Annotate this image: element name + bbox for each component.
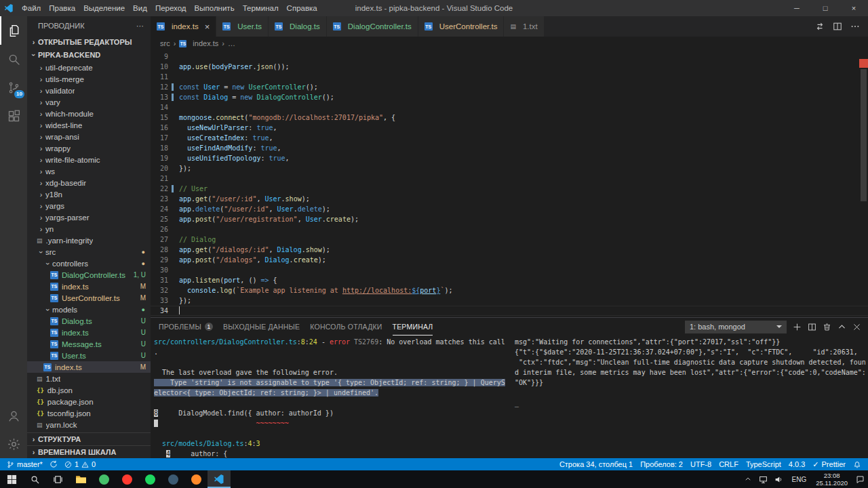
code-line-15[interactable]: 15mongoose.connect("mongodb://localhost:… (151, 113, 868, 123)
kill-terminal-icon[interactable] (823, 323, 831, 331)
settings-icon[interactable] (0, 430, 27, 458)
eol-indicator[interactable]: CRLF (719, 460, 738, 468)
formatter-indicator[interactable]: ✓ Prettier (812, 460, 846, 469)
code-line-26[interactable]: 26 (151, 224, 868, 235)
menu-выполнить[interactable]: Выполнить (191, 0, 239, 16)
tree-item-vary[interactable]: ›vary (27, 96, 151, 108)
code-line-33[interactable]: 33}); (151, 296, 868, 306)
tab-index.ts[interactable]: TSindex.ts× (151, 16, 216, 37)
code-line-32[interactable]: 32 console.log(`Example app listening at… (151, 285, 868, 296)
task-view-button[interactable] (46, 470, 69, 488)
language-indicator[interactable]: ENG (787, 476, 811, 483)
code-line-17[interactable]: 17 useCreateIndex: true, (151, 133, 868, 143)
git-branch-indicator[interactable]: master* (7, 460, 43, 468)
tree-item-controllers[interactable]: ›controllers● (27, 258, 151, 269)
panel-tab-консоль-отладки[interactable]: КОНСОЛЬ ОТЛАДКИ (310, 318, 382, 336)
menu-правка[interactable]: Правка (45, 0, 79, 16)
spotify-icon[interactable] (138, 470, 161, 488)
tray-volume-icon[interactable] (771, 470, 787, 488)
start-button[interactable] (0, 470, 23, 488)
minimize-button[interactable]: ─ (783, 0, 811, 16)
tree-item-utils-merge[interactable]: ›utils-merge (27, 73, 151, 85)
code-line-10[interactable]: 10app.use(bodyParser.json()); (151, 62, 868, 72)
menu-вид[interactable]: Вид (129, 0, 151, 16)
tree-item-validator[interactable]: ›validator (27, 85, 151, 96)
taskbar-clock[interactable]: 23:08 25.11.2020 (811, 472, 852, 487)
terminal-output-left[interactable]: src/controllers/DialogController.ts:8:24… (151, 337, 508, 458)
tab-user.ts[interactable]: TSUser.ts (216, 16, 268, 37)
tree-item-yargs-parser[interactable]: ›yargs-parser (27, 211, 151, 223)
code-line-23[interactable]: 23app.get("/user/:id", User.show); (151, 194, 868, 204)
explorer-icon[interactable] (0, 16, 27, 45)
notifications-bell-icon[interactable] (853, 460, 861, 468)
tree-item-models[interactable]: ›models● (27, 304, 151, 315)
code-line-11[interactable]: 11 (151, 72, 868, 82)
close-tab-icon[interactable]: × (205, 22, 210, 32)
open-editors-section[interactable]: › ОТКРЫТЫЕ РЕДАКТОРЫ (27, 35, 151, 48)
tree-item-.yarn-integrity[interactable]: ▤.yarn-integrity (27, 235, 151, 246)
tree-item-db.json[interactable]: {}db.json (27, 384, 151, 396)
account-icon[interactable] (0, 401, 27, 430)
taskbar-search-button[interactable] (23, 470, 46, 488)
tree-item-ws[interactable]: ›ws (27, 165, 151, 177)
menu-файл[interactable]: Файл (18, 0, 45, 16)
code-line-30[interactable]: 30 (151, 265, 868, 275)
timeline-section[interactable]: › ВРЕМЕННАЯ ШКАЛА (27, 445, 151, 458)
tree-item-1.txt[interactable]: ▤1.txt (27, 373, 151, 384)
panel-tab-проблемы[interactable]: ПРОБЛЕМЫ1 (159, 318, 213, 336)
breadcrumb-item-item[interactable]: … (228, 39, 235, 47)
new-terminal-icon[interactable] (793, 323, 802, 331)
breadcrumb-item-src[interactable]: src (160, 39, 170, 47)
tree-item-util-deprecate[interactable]: ›util-deprecate (27, 62, 151, 73)
typescript-version[interactable]: 4.0.3 (789, 460, 805, 468)
outline-section[interactable]: › СТРУКТУРА (27, 432, 151, 445)
panel-tab-выходные-данные[interactable]: ВЫХОДНЫЕ ДАННЫЕ (223, 318, 300, 336)
code-line-9[interactable]: 9 (151, 52, 868, 62)
project-section-header[interactable]: › PIPKA-BACKEND (27, 48, 151, 61)
sidebar-more-actions-icon[interactable]: ⋯ (136, 22, 144, 30)
more-actions-icon[interactable] (850, 22, 860, 31)
tree-item-write-file-atomic[interactable]: ›write-file-atomic (27, 154, 151, 165)
code-line-13[interactable]: 13const Dialog = new DialogController(); (151, 92, 868, 102)
tree-item-index.ts[interactable]: TSindex.tsM (27, 361, 151, 373)
scrollbar-thumb[interactable] (861, 69, 867, 201)
menu-справка[interactable]: Справка (283, 0, 321, 16)
maximize-panel-icon[interactable] (837, 323, 846, 331)
code-line-12[interactable]: 12const User = new UserController(); (151, 82, 868, 92)
code-line-31[interactable]: 31app.listen(port, () => { (151, 275, 868, 285)
tree-item-widest-line[interactable]: ›widest-line (27, 119, 151, 131)
code-line-22[interactable]: 22// User (151, 184, 868, 194)
tab-dialogcontroller.ts[interactable]: TSDialogController.ts (327, 16, 418, 37)
source-control-icon[interactable]: 10 (0, 73, 27, 102)
terminal-select[interactable]: 1: bash, mongod (685, 321, 787, 333)
tree-item-message.ts[interactable]: TSMessage.tsU (27, 338, 151, 350)
maximize-button[interactable]: □ (811, 0, 840, 16)
menu-выделение[interactable]: Выделение (79, 0, 129, 16)
tree-item-xdg-basedir[interactable]: ›xdg-basedir (27, 177, 151, 188)
sync-button[interactable] (50, 460, 58, 468)
opera-browser-icon[interactable] (115, 470, 138, 488)
firefox-icon[interactable] (184, 470, 208, 488)
split-terminal-icon[interactable] (808, 323, 816, 331)
code-line-16[interactable]: 16 useNewUrlParser: true, (151, 123, 868, 133)
code-line-14[interactable]: 14 (151, 102, 868, 113)
tab-1.txt[interactable]: ▤1.txt (504, 16, 543, 37)
tree-item-yargs[interactable]: ›yargs (27, 200, 151, 211)
close-button[interactable]: × (840, 0, 868, 16)
editor-scrollbar[interactable] (859, 50, 868, 317)
cursor-position[interactable]: Строка 34, столбец 1 (559, 460, 633, 468)
terminal-output-right[interactable]: msg":"Waiting for connections","attr":{"… (508, 337, 868, 458)
code-line-20[interactable]: 20}); (151, 163, 868, 174)
panel-tab-терминал[interactable]: ТЕРМИНАЛ (393, 318, 433, 336)
encoding-indicator[interactable]: UTF-8 (690, 460, 711, 468)
code-line-19[interactable]: 19 useUnifiedTopology: true, (151, 153, 868, 163)
green-messenger-icon[interactable] (92, 470, 115, 488)
tree-item-yarn.lock[interactable]: ▤yarn.lock (27, 419, 151, 430)
code-line-28[interactable]: 28app.get("/dialogs/:id", Dialog.show); (151, 245, 868, 255)
tree-item-src[interactable]: ›src● (27, 246, 151, 258)
language-mode-indicator[interactable]: TypeScript (746, 460, 781, 468)
split-editor-icon[interactable] (833, 22, 842, 31)
code-line-21[interactable]: 21 (151, 174, 868, 184)
code-line-29[interactable]: 29app.post("/dialogs", Dialog.create); (151, 255, 868, 265)
tree-item-wrap-ansi[interactable]: ›wrap-ansi (27, 131, 151, 142)
